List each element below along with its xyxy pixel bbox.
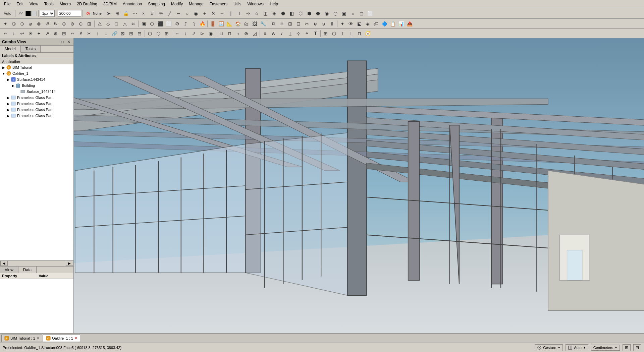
tb2-8[interactable]: ⊕ (60, 20, 68, 28)
tb-cursor10[interactable]: ◉ (323, 9, 331, 17)
tb2-arrow2[interactable]: ⤵ (190, 20, 198, 28)
menu-edit[interactable]: Edit (14, 1, 26, 7)
tb-cursor11[interactable]: ◌ (331, 9, 339, 17)
tb3-chamfer[interactable]: ◿ (251, 30, 259, 38)
tb-dot[interactable]: ◉ (192, 9, 200, 17)
tb2-gear[interactable]: ⚙ (173, 20, 181, 28)
statusbar-btn1[interactable]: ⊞ (623, 344, 631, 351)
tb3-2[interactable]: ↕ (10, 30, 18, 38)
tb3-7[interactable]: ⊕ (52, 30, 60, 38)
prop-tab-data[interactable]: Data (18, 267, 37, 273)
tb2-arr2[interactable]: ⊟ (294, 20, 303, 28)
tb2-3[interactable]: ⊙ (18, 20, 26, 28)
tb2-table[interactable]: 📊 (397, 20, 405, 28)
tb2-box[interactable]: ▣ (140, 20, 148, 28)
menu-file[interactable]: File (1, 1, 13, 7)
tb-arrow[interactable]: → (218, 9, 226, 17)
color-black[interactable] (25, 11, 31, 16)
menu-help[interactable]: Help (267, 1, 281, 7)
tree-item-building[interactable]: ▶ Building (0, 82, 73, 89)
tb3-dim4[interactable]: ⊳ (198, 30, 206, 38)
tb2-stair[interactable]: 📐 (225, 20, 233, 28)
tb-grid[interactable]: ⊞ (113, 9, 121, 17)
tb3-site[interactable]: ⊓ (355, 30, 363, 38)
tb3-view2[interactable]: ⬡ (154, 30, 162, 38)
tb2-tag[interactable]: 🏷 (372, 20, 380, 28)
tb2-9[interactable]: ⊘ (68, 20, 76, 28)
tb-move[interactable]: ➤ (105, 9, 113, 17)
tb2-equip[interactable]: 🔧 (259, 20, 267, 28)
menu-manage[interactable]: Manage (186, 1, 206, 7)
tb2-export[interactable]: 📤 (406, 20, 414, 28)
menu-view[interactable]: View (27, 1, 41, 7)
tb2-ifc[interactable]: 🔷 (380, 20, 388, 28)
tb3-mirror[interactable]: ⊟ (136, 30, 144, 38)
tb-circle[interactable]: ○ (183, 9, 191, 17)
tb3-rotate[interactable]: ↔ (68, 30, 76, 38)
auto-button[interactable]: Auto (1, 9, 14, 17)
tb3-struct[interactable]: ⊤ (338, 30, 346, 38)
tb-line[interactable]: ╱ (166, 9, 174, 17)
tb3-meas[interactable]: ⊹ (294, 30, 303, 38)
vtab-oakfire-close[interactable]: ✕ (74, 336, 77, 340)
color-white[interactable] (32, 11, 37, 16)
tb-para[interactable]: ∥ (227, 9, 235, 17)
tb-cursor12[interactable]: ▣ (340, 9, 348, 17)
tb-hash[interactable]: # (148, 9, 156, 17)
menu-snapping[interactable]: Snapping (145, 1, 168, 7)
tb3-offs[interactable]: ↓ (102, 30, 110, 38)
tb-cursor6[interactable]: ◧ (288, 9, 296, 17)
tb-plus[interactable]: + (201, 9, 209, 17)
maximize-button[interactable]: □ (60, 40, 65, 44)
tree-item-glass-3[interactable]: ▶ Frameless Glass Pan (0, 107, 73, 113)
menu-windows[interactable]: Windows (245, 1, 266, 7)
tb3-dim3[interactable]: ↗ (190, 30, 198, 38)
tb3-sect[interactable]: ⊗ (242, 30, 250, 38)
tb-cursor3[interactable]: ◫ (262, 9, 270, 17)
value-input[interactable] (58, 10, 81, 17)
tb3-ext[interactable]: ↑ (94, 30, 102, 38)
tb2-1[interactable]: ✦ (1, 20, 9, 28)
menu-tools[interactable]: Tools (42, 1, 56, 7)
menu-utils[interactable]: Utils (231, 1, 244, 7)
tb3-grid2[interactable]: ⊞ (322, 30, 330, 38)
tb-snap[interactable]: ⋯ (131, 9, 139, 17)
tb2-mat[interactable]: ◈ (364, 20, 372, 28)
tree-item-surface[interactable]: ▶ S Surface:1443414 (0, 76, 73, 82)
tb2-split[interactable]: ⊍ (320, 20, 328, 28)
tb-x[interactable]: ✕ (209, 9, 217, 17)
tb3-dim1[interactable]: ↔ (173, 30, 181, 38)
tb2-arrow1[interactable]: ⤴ (181, 20, 190, 28)
tb2-win[interactable]: 🪟 (217, 20, 225, 28)
tb3-move[interactable]: ⊞ (60, 30, 68, 38)
tree-item-bim-tutorial[interactable]: ▶ B BIM Tutorial (0, 64, 73, 70)
menu-macro[interactable]: Macro (57, 1, 73, 7)
tb-block[interactable]: ⊘ (84, 9, 92, 17)
tb2-frame[interactable]: 🖼 (251, 20, 259, 28)
tb2-panel[interactable]: 🗂 (242, 20, 250, 28)
tb3-dim2[interactable]: ↕ (181, 30, 190, 38)
gesture-button[interactable]: Gesture ▼ (535, 344, 563, 351)
prop-tab-view[interactable]: View (0, 267, 18, 273)
vtab-oakfire[interactable]: O Oakfire_1 : 1 ✕ (43, 335, 80, 342)
tb2-eye[interactable]: 👁 (347, 20, 355, 28)
tb2-arr[interactable]: ⊞ (286, 20, 294, 28)
tree-item-glass-2[interactable]: ▶ Frameless Glass Pan (0, 101, 73, 107)
tb2-4[interactable]: ⌀ (26, 20, 35, 28)
tb3-4[interactable]: ☀ (26, 30, 35, 38)
menu-modify[interactable]: Modify (168, 1, 185, 7)
tb2-7[interactable]: ↻ (52, 20, 60, 28)
tb3-union[interactable]: ⊔ (217, 30, 225, 38)
tb3-fill[interactable]: ◉ (207, 30, 215, 38)
tree-item-glass-4[interactable]: ▶ Frameless Glass Pan (0, 113, 73, 119)
menu-annotation[interactable]: Annotation (120, 1, 145, 7)
tb-cursor4[interactable]: ◈ (270, 9, 278, 17)
tb2-square[interactable]: □ (112, 20, 120, 28)
tb3-arr3[interactable]: ⊞ (127, 30, 135, 38)
tb2-door[interactable]: 🚪 (209, 20, 217, 28)
tb2-extrude[interactable]: ⬆ (328, 20, 336, 28)
tab-tasks[interactable]: Tasks (21, 46, 41, 52)
tb2-diamond[interactable]: ◇ (104, 20, 112, 28)
tb-cursor2[interactable]: ☆ (253, 9, 261, 17)
tb-cursor9[interactable]: ⬣ (314, 9, 322, 17)
